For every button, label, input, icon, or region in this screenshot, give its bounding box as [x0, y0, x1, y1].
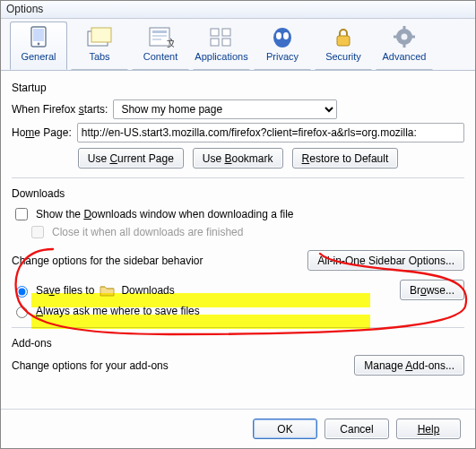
addons-heading: Add-ons: [12, 337, 464, 350]
svg-point-2: [38, 43, 40, 46]
svg-rect-11: [222, 29, 230, 36]
content-icon: 文: [146, 24, 175, 49]
tab-security[interactable]: Security: [315, 22, 372, 70]
tab-general-label: General: [11, 51, 66, 62]
svg-point-16: [283, 32, 289, 39]
home-page-input[interactable]: [77, 123, 464, 142]
dialog-footer: OK Cancel Help: [1, 409, 475, 448]
help-button[interactable]: Help: [396, 419, 461, 439]
when-firefox-starts-label: When Firefox starts:: [12, 103, 108, 116]
manage-addons-button[interactable]: Manage Add-ons...: [354, 355, 464, 376]
tab-applications-label: Applications: [194, 51, 249, 62]
tab-privacy[interactable]: Privacy: [254, 22, 311, 70]
svg-point-15: [276, 32, 281, 39]
close-when-done-checkbox: Close it when all downloads are finished: [28, 223, 464, 241]
tab-security-label: Security: [316, 51, 371, 62]
category-tabs: General Tabs 文 Content Applications Priv…: [1, 19, 475, 71]
sidebar-change-label: Change options for the sidebar behavior: [12, 255, 203, 267]
when-firefox-starts-select[interactable]: Show my home page: [113, 99, 337, 119]
restore-default-button[interactable]: Restore to Default: [292, 148, 399, 168]
use-bookmark-button[interactable]: Use Bookmark: [193, 148, 283, 168]
window-title: Options: [1, 1, 475, 19]
tab-content-label: Content: [133, 51, 188, 62]
tab-tabs[interactable]: Tabs: [71, 22, 128, 70]
privacy-icon: [268, 24, 297, 49]
applications-icon: [207, 24, 236, 49]
svg-text:文: 文: [167, 38, 174, 47]
ok-button[interactable]: OK: [253, 419, 317, 439]
tab-general[interactable]: General: [10, 22, 67, 70]
svg-rect-4: [91, 28, 111, 42]
tab-content[interactable]: 文 Content: [132, 22, 189, 70]
tabs-icon: [85, 24, 114, 49]
save-path: Downloads: [121, 284, 394, 297]
tab-tabs-label: Tabs: [72, 51, 127, 62]
show-downloads-window-label: Show the Downloads window when downloadi…: [36, 208, 294, 220]
close-when-done-label: Close it when all downloads are finished: [52, 226, 243, 238]
svg-point-19: [402, 34, 408, 40]
general-panel: Startup When Firefox starts: Show my hom…: [1, 71, 475, 376]
startup-heading: Startup: [12, 82, 464, 94]
svg-rect-6: [152, 30, 167, 33]
tab-applications[interactable]: Applications: [193, 22, 250, 70]
tab-advanced-label: Advanced: [376, 51, 432, 62]
options-window: Options General Tabs 文 Content Applicati…: [0, 0, 476, 449]
browse-button[interactable]: Browse...: [400, 280, 464, 300]
svg-rect-17: [337, 36, 350, 46]
save-files-to-label: Save files to: [36, 284, 94, 297]
svg-rect-1: [33, 29, 44, 41]
downloads-heading: Downloads: [12, 187, 464, 200]
svg-rect-13: [222, 39, 230, 46]
home-page-label: Home Page:: [12, 126, 72, 139]
always-ask-label: Always ask me where to save files: [36, 305, 200, 317]
svg-rect-7: [152, 35, 167, 37]
svg-point-14: [273, 28, 291, 47]
show-downloads-window-checkbox[interactable]: Show the Downloads window when downloadi…: [12, 205, 464, 223]
cancel-button[interactable]: Cancel: [325, 419, 389, 439]
folder-icon: [100, 283, 116, 298]
addons-change-label: Change options for your add-ons: [12, 359, 169, 372]
general-icon: [24, 24, 53, 49]
tab-privacy-label: Privacy: [255, 51, 310, 62]
security-icon: [329, 24, 358, 49]
always-ask-radio[interactable]: Always ask me where to save files: [12, 304, 200, 318]
svg-rect-10: [211, 29, 219, 36]
advanced-icon: [390, 24, 419, 49]
svg-rect-12: [211, 39, 219, 46]
save-files-to-radio[interactable]: Save files to: [12, 283, 94, 298]
svg-rect-8: [152, 39, 161, 40]
aios-options-button[interactable]: All-in-One Sidebar Options...: [307, 250, 464, 271]
use-current-page-button[interactable]: Use Current Page: [78, 148, 184, 168]
tab-advanced[interactable]: Advanced: [376, 22, 433, 70]
